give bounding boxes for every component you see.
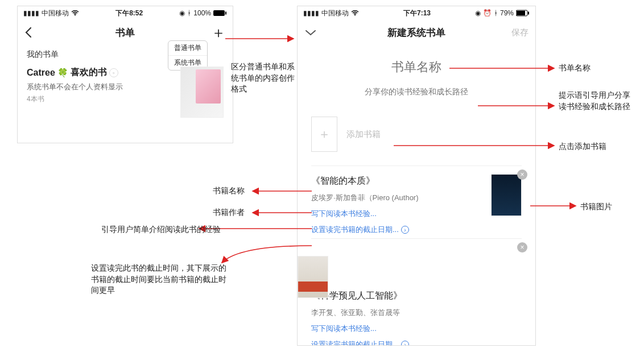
page-title: 书单 bbox=[18, 26, 233, 39]
svg-rect-6 bbox=[528, 12, 529, 15]
book-item-2: × 《科学预见人工智能》 李开复、张亚勤、张首晟等 写下阅读本书经验... 设置… bbox=[298, 239, 535, 346]
clover-icon: 🍀 bbox=[57, 68, 68, 78]
add-book-row[interactable]: ＋ 添加书籍 bbox=[298, 109, 535, 165]
bluetooth-icon: ᚼ bbox=[494, 9, 498, 17]
battery-icon bbox=[516, 10, 530, 16]
booklist-name-input[interactable] bbox=[309, 51, 524, 80]
write-experience-link[interactable]: 写下阅读本书经验... bbox=[311, 209, 522, 219]
remove-book-icon[interactable]: × bbox=[517, 242, 527, 252]
booklist-desc-input[interactable] bbox=[309, 80, 524, 103]
info-icon: › bbox=[401, 341, 409, 346]
write-experience-link[interactable]: 写下阅读本书经验... bbox=[311, 324, 522, 334]
book-cover[interactable] bbox=[491, 174, 522, 216]
exp-text: 写下阅读本书经验... bbox=[311, 324, 377, 334]
carrier-label: 中国移动 bbox=[321, 9, 349, 18]
battery-icon bbox=[213, 10, 227, 16]
booklist-cover bbox=[180, 67, 224, 118]
exp-text: 写下阅读本书经验... bbox=[311, 209, 377, 219]
anno-experience: 引导用户简单介绍阅读此书的经验 bbox=[101, 224, 221, 235]
status-bar: ▮▮▮▮ 中国移动 下午7:13 ◉ ⏰ ᚼ 79% bbox=[298, 6, 535, 20]
status-bar: ▮▮▮▮ 中国移动 下午8:52 ◉ ᚼ 100% bbox=[18, 6, 233, 20]
svg-point-3 bbox=[354, 15, 356, 16]
anno-author: 书籍作者 bbox=[213, 207, 245, 218]
alarm-icon: ⏰ bbox=[483, 9, 492, 17]
book-title: 《智能的本质》 bbox=[311, 175, 522, 187]
add-booklist-button[interactable]: ＋ bbox=[211, 23, 226, 43]
clock-label: 下午8:52 bbox=[115, 9, 143, 18]
carrier-label: 中国移动 bbox=[42, 9, 69, 18]
add-book-label: 添加书籍 bbox=[346, 129, 381, 140]
svg-rect-1 bbox=[213, 10, 225, 16]
anno-diff-types: 区分普通书单和系统书单的内容创作格式 bbox=[231, 61, 299, 95]
book-author: 李开复、张亚勤、张首晟等 bbox=[311, 308, 522, 318]
anno-desc: 提示语引导用户分享读书经验和成长路径 bbox=[559, 90, 633, 112]
dropdown-item-normal[interactable]: 普通书单 bbox=[168, 41, 207, 56]
phone-left-booklist: ▮▮▮▮ 中国移动 下午8:52 ◉ ᚼ 100% 书单 ＋ 普通书单 bbox=[17, 6, 233, 143]
wifi-icon bbox=[351, 10, 359, 16]
title-post: 喜欢的书 bbox=[71, 67, 107, 78]
battery-pct: 100% bbox=[193, 9, 211, 17]
set-deadline-link[interactable]: 设置读完书籍的截止日期... › bbox=[311, 340, 522, 346]
book-title: 《科学预见人工智能》 bbox=[311, 290, 522, 302]
title-pre: Catree bbox=[27, 68, 55, 78]
wifi-icon bbox=[71, 10, 79, 16]
anno-booktitle: 书籍名称 bbox=[213, 185, 245, 197]
anno-cover: 书籍图片 bbox=[580, 201, 612, 213]
set-deadline-link[interactable]: 设置读完书籍的截止日期... › bbox=[311, 225, 522, 235]
book-cover[interactable] bbox=[298, 256, 328, 298]
anno-addbook: 点击添加书籍 bbox=[559, 141, 606, 152]
phone-right-create: ▮▮▮▮ 中国移动 下午7:13 ◉ ⏰ ᚼ 79% 新建系统书单 保存 bbox=[297, 6, 536, 346]
remove-book-icon[interactable]: × bbox=[517, 169, 527, 180]
page-title: 新建系统书单 bbox=[298, 26, 535, 39]
navbar: 新建系统书单 保存 bbox=[298, 20, 535, 45]
compass-icon: ◉ bbox=[179, 9, 185, 17]
back-icon[interactable] bbox=[24, 27, 32, 38]
anno-deadline: 设置读完此书的截止时间，其下展示的书籍的截止时间要比当前书籍的截止时间更早 bbox=[91, 263, 228, 296]
add-book-icon[interactable]: ＋ bbox=[311, 117, 337, 152]
due-text: 设置读完书籍的截止日期... bbox=[311, 225, 399, 235]
booklist-title: Catree 🍀 喜欢的书 ◦ bbox=[27, 67, 180, 78]
svg-rect-2 bbox=[225, 12, 226, 15]
signal-icon: ▮▮▮▮ bbox=[23, 9, 39, 17]
signal-icon: ▮▮▮▮ bbox=[303, 9, 319, 17]
private-icon: ◦ bbox=[109, 68, 118, 77]
svg-point-0 bbox=[75, 15, 76, 16]
save-button[interactable]: 保存 bbox=[511, 27, 529, 38]
booklist-card[interactable]: Catree 🍀 喜欢的书 ◦ 系统书单不会在个人资料显示 4本书 bbox=[18, 62, 233, 125]
svg-rect-5 bbox=[517, 11, 525, 15]
battery-pct: 79% bbox=[500, 9, 514, 17]
dismiss-icon[interactable] bbox=[304, 28, 317, 36]
booklist-count: 4本书 bbox=[27, 94, 180, 104]
anno-name: 书单名称 bbox=[559, 63, 591, 74]
book-item-1: × 《智能的本质》 皮埃罗·斯加鲁菲（Piero (Author) 写下阅读本书… bbox=[298, 166, 535, 238]
info-icon: › bbox=[401, 226, 409, 234]
booklist-subtitle: 系统书单不会在个人资料显示 bbox=[27, 82, 180, 92]
clock-label: 下午7:13 bbox=[403, 9, 431, 18]
navbar: 书单 ＋ 普通书单 系统书单 bbox=[18, 20, 233, 45]
bluetooth-icon: ᚼ bbox=[187, 9, 191, 17]
compass-icon: ◉ bbox=[475, 9, 481, 17]
book-author: 皮埃罗·斯加鲁菲（Piero (Author) bbox=[311, 193, 522, 203]
due-text: 设置读完书籍的截止日期... bbox=[311, 340, 399, 346]
